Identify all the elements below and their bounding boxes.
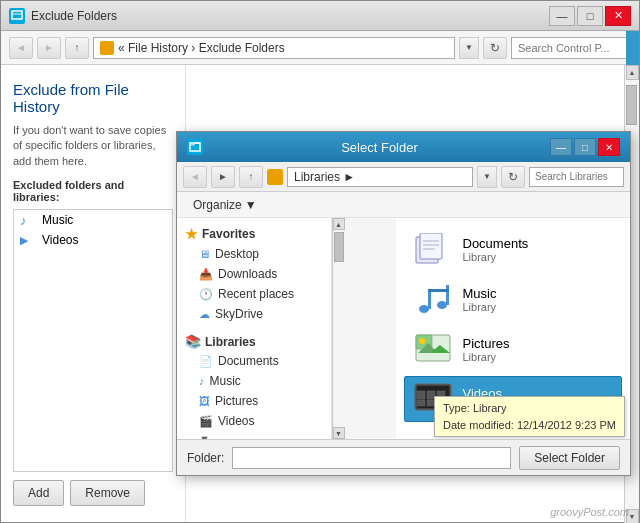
page-heading: Exclude from File History [13, 81, 173, 115]
svg-rect-4 [420, 233, 442, 259]
dialog-forward-button[interactable]: ► [211, 166, 235, 188]
pictures-lib-type: Library [463, 351, 510, 363]
remove-button[interactable]: Remove [70, 480, 145, 506]
favorites-label: Favorites [202, 227, 255, 241]
nav-item-documents[interactable]: 📄 Documents [177, 351, 331, 371]
excluded-item-videos-label: Videos [42, 233, 78, 247]
left-panel: Exclude from File History If you don't w… [1, 65, 186, 522]
scrollbar-up-arrow[interactable]: ▲ [626, 65, 639, 80]
dialog-title: Select Folder [209, 140, 550, 155]
nav-recent-label: Recent places [218, 287, 294, 301]
nav-more-indicator: ▼ [177, 431, 331, 439]
maximize-button[interactable]: □ [577, 6, 603, 26]
music-icon [20, 213, 36, 227]
watermark: groovyPost.com [550, 506, 629, 518]
up-button[interactable]: ↑ [65, 37, 89, 59]
star-icon: ★ [185, 226, 198, 242]
title-bar-left: Exclude Folders [9, 8, 117, 24]
folder-label: Folder: [187, 451, 224, 465]
svg-point-9 [437, 301, 447, 309]
nav-scrollbar[interactable]: ▲ ▼ [332, 218, 344, 439]
nav-item-downloads[interactable]: 📥 Downloads [177, 264, 331, 284]
documents-lib-type: Library [463, 251, 529, 263]
nav-item-music[interactable]: ♪ Music [177, 371, 331, 391]
library-item-pictures[interactable]: Pictures Library [404, 326, 623, 372]
svg-rect-2 [190, 143, 200, 151]
dialog-close-button[interactable]: ✕ [598, 138, 620, 156]
back-button[interactable]: ◄ [9, 37, 33, 59]
music-lib-name: Music [463, 286, 497, 301]
tooltip-type: Type: Library [443, 400, 616, 417]
excluded-section-label: Excluded folders and libraries: [13, 179, 173, 203]
forward-button[interactable]: ► [37, 37, 61, 59]
dialog-search-input[interactable] [535, 171, 640, 182]
library-grid: Documents Library [404, 226, 623, 422]
organize-label: Organize [193, 198, 242, 212]
dialog-address-bar: ◄ ► ↑ Libraries ► ▼ ↻ [177, 162, 630, 192]
documents-lib-text: Documents Library [463, 236, 529, 263]
nav-scroll-area [334, 230, 344, 427]
nav-desktop-label: Desktop [215, 247, 259, 261]
videos-icon [20, 233, 36, 247]
dialog-main-content: Documents Library [396, 218, 631, 439]
dialog-body: ★ Favorites 🖥 Desktop 📥 Downloads 🕐 Rece… [177, 218, 630, 439]
select-folder-button[interactable]: Select Folder [519, 446, 620, 470]
refresh-button[interactable]: ↻ [483, 37, 507, 59]
libraries-label: Libraries [205, 335, 256, 349]
library-item-documents[interactable]: Documents Library [404, 226, 623, 272]
dialog-title-bar: Select Folder — □ ✕ [177, 132, 630, 162]
dialog-icon [187, 139, 203, 155]
nav-item-desktop[interactable]: 🖥 Desktop [177, 244, 331, 264]
nav-videos-label: Videos [218, 414, 254, 428]
dialog-minimize-button[interactable]: — [550, 138, 572, 156]
dialog-address-path[interactable]: Libraries ► [287, 167, 473, 187]
breadcrumb-icon [100, 41, 114, 55]
address-path[interactable]: « File History › Exclude Folders [93, 37, 455, 59]
excluded-item-videos[interactable]: Videos [14, 230, 172, 250]
svg-rect-11 [446, 285, 449, 305]
minimize-button[interactable]: — [549, 6, 575, 26]
nav-scroll-down[interactable]: ▼ [333, 427, 345, 439]
excluded-item-music-label: Music [42, 213, 73, 227]
nav-item-skydrive[interactable]: ☁ SkyDrive [177, 304, 331, 324]
documents-lib-icon [413, 232, 453, 266]
svg-rect-23 [417, 400, 425, 406]
pictures-lib-icon [413, 332, 453, 366]
dialog-nav-container: ★ Favorites 🖥 Desktop 📥 Downloads 🕐 Rece… [177, 218, 396, 439]
title-bar: Exclude Folders — □ ✕ [1, 1, 639, 31]
nav-item-recent[interactable]: 🕐 Recent places [177, 284, 331, 304]
scrollbar-thumb[interactable] [626, 85, 637, 125]
dialog-controls: — □ ✕ [550, 138, 620, 156]
select-folder-dialog: Select Folder — □ ✕ ◄ ► ↑ Libraries ► ▼ … [176, 131, 631, 476]
libraries-icon: 📚 [185, 334, 201, 349]
nav-scroll-thumb[interactable] [334, 232, 344, 262]
documents-lib-name: Documents [463, 236, 529, 251]
dialog-back-button[interactable]: ◄ [183, 166, 207, 188]
organize-dropdown-arrow: ▼ [245, 198, 257, 212]
organize-button[interactable]: Organize ▼ [185, 196, 265, 214]
dialog-refresh-button[interactable]: ↻ [501, 166, 525, 188]
page-description: If you don't want to save copies of spec… [13, 123, 173, 169]
excluded-item-music[interactable]: Music [14, 210, 172, 230]
recent-icon: 🕐 [199, 288, 213, 301]
dialog-address-dropdown[interactable]: ▼ [477, 166, 497, 188]
dialog-up-button[interactable]: ↑ [239, 166, 263, 188]
nav-item-videos-nav[interactable]: 🎬 Videos [177, 411, 331, 431]
add-button[interactable]: Add [13, 480, 64, 506]
tooltip: Type: Library Date modified: 12/14/2012 … [434, 396, 625, 437]
address-dropdown[interactable]: ▼ [459, 37, 479, 59]
dialog-maximize-button[interactable]: □ [574, 138, 596, 156]
desktop-icon: 🖥 [199, 248, 210, 260]
nav-scroll-up[interactable]: ▲ [333, 218, 345, 230]
nav-item-pictures[interactable]: 🖼 Pictures [177, 391, 331, 411]
skydrive-icon: ☁ [199, 308, 210, 321]
downloads-icon: 📥 [199, 268, 213, 281]
nav-documents-label: Documents [218, 354, 279, 368]
svg-rect-20 [417, 391, 425, 399]
music-lib-icon [413, 282, 453, 316]
folder-input[interactable] [232, 447, 511, 469]
close-button[interactable]: ✕ [605, 6, 631, 26]
libraries-header: 📚 Libraries [177, 330, 331, 351]
search-input[interactable] [518, 42, 640, 54]
library-item-music[interactable]: Music Library [404, 276, 623, 322]
